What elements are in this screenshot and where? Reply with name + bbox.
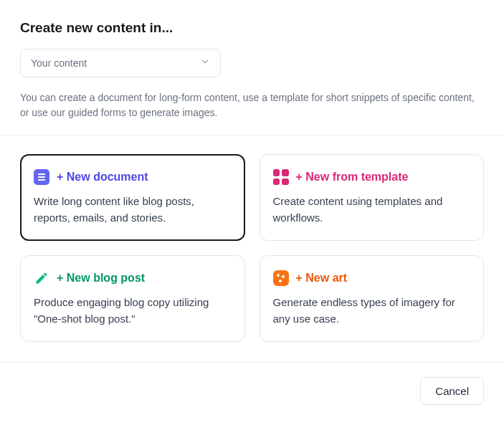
pen-icon [34,270,49,286]
chevron-down-icon [200,57,210,70]
new-document-card[interactable]: + New document Write long content like b… [20,154,245,241]
new-template-card[interactable]: + New from template Create content using… [260,154,485,241]
template-grid-icon [273,169,289,185]
card-description: Generate endless types of imagery for an… [273,295,471,327]
card-title: + New blog post [57,272,145,285]
new-art-card[interactable]: + New art Generate endless types of imag… [260,255,485,342]
content-type-cards: + New document Write long content like b… [0,135,504,362]
card-header: + New blog post [34,270,232,286]
art-icon [273,270,289,286]
dropdown-selected-label: Your content [31,57,87,69]
card-description: Write long content like blog posts, repo… [34,194,232,226]
card-title: + New from template [296,171,409,184]
card-header: + New document [34,169,232,185]
dialog-header: Create new content in... Your content Yo… [0,0,504,135]
cancel-button[interactable]: Cancel [420,377,484,405]
card-description: Create content using templates and workf… [273,194,471,226]
dialog-title: Create new content in... [20,20,484,36]
card-header: + New from template [273,169,471,185]
new-blog-post-card[interactable]: + New blog post Produce engaging blog co… [20,255,245,342]
document-icon [34,169,49,185]
card-title: + New document [57,171,148,184]
dialog-footer: Cancel [0,362,504,405]
card-title: + New art [296,272,348,285]
card-description: Produce engaging blog copy utilizing "On… [34,295,232,327]
dialog-description: You can create a document for long-form … [20,90,484,120]
card-header: + New art [273,270,471,286]
folder-dropdown[interactable]: Your content [20,49,221,77]
